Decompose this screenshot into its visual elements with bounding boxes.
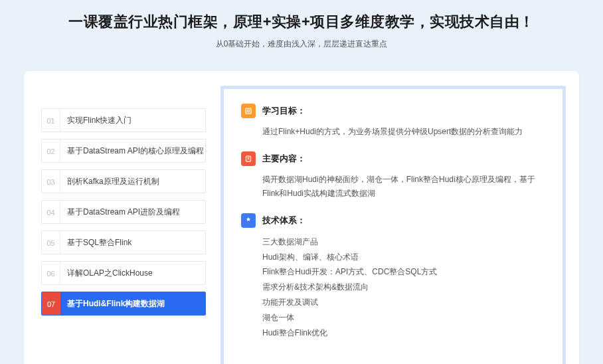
sidebar-item-label: 详解OLAP之ClickHouse [60, 268, 153, 279]
tech-item: 需求分析&技术架构&数据流向 [262, 280, 545, 295]
sidebar-item-04[interactable]: 04基于DataStream API进阶及编程 [41, 200, 206, 224]
sidebar-item-06[interactable]: 06详解OLAP之ClickHouse [41, 261, 206, 285]
sidebar-item-number: 06 [42, 262, 60, 284]
tech-item: 功能开发及调试 [262, 295, 545, 310]
sidebar-item-label: 实现Flink快速入门 [60, 115, 131, 126]
sidebar-item-03[interactable]: 03剖析Kafka原理及运行机制 [41, 169, 206, 193]
svg-rect-1 [248, 110, 250, 112]
sidebar-item-07[interactable]: 07基于Hudi&Flink构建数据湖 [41, 292, 206, 316]
section-goal-body: 通过Flink+Hudi的方式，为业务场景提供分钟级Upsert数据的分析查询能… [241, 125, 545, 139]
section-main-body: 揭开数据湖Hudi的神秘面纱，湖仓一体，Flink整合Hudi核心原理及编程，基… [241, 173, 545, 201]
content-icon [241, 151, 256, 166]
sidebar-item-number: 01 [42, 109, 60, 132]
section-tech-header: 技术体系： [241, 213, 545, 228]
sidebar-item-number: 04 [42, 201, 60, 223]
section-main: 主要内容： 揭开数据湖Hudi的神秘面纱，湖仓一体，Flink整合Hudi核心原… [241, 151, 545, 201]
section-main-header: 主要内容： [241, 151, 545, 166]
sidebar-item-number: 05 [42, 231, 60, 254]
sidebar-item-05[interactable]: 05基于SQL整合Flink [41, 230, 206, 254]
tech-item: Flink整合Hudi开发：API方式、CDC整合SQL方式 [262, 264, 545, 280]
content-panel: 学习目标： 通过Flink+Hudi的方式，为业务场景提供分钟级Upsert数据… [220, 86, 566, 364]
sidebar-item-label: 基于DataStream API的核心原理及编程 [60, 145, 204, 157]
page-header: 一课覆盖行业热门框架，原理+实操+项目多维度教学，实现技术自由！ 从0基础开始，… [0, 0, 603, 60]
main-card: 01实现Flink快速入门02基于DataStream API的核心原理及编程0… [24, 71, 579, 364]
sidebar-item-number: 07 [42, 292, 60, 315]
section-tech: 技术体系： 三大数据湖产品Hudi架构、编译、核心术语Flink整合Hudi开发… [241, 213, 545, 341]
page-title: 一课覆盖行业热门框架，原理+实操+项目多维度教学，实现技术自由！ [0, 12, 603, 32]
sidebar-item-01[interactable]: 01实现Flink快速入门 [41, 108, 206, 132]
section-main-title: 主要内容： [262, 153, 305, 165]
target-icon [241, 104, 256, 118]
sidebar-item-number: 03 [42, 170, 60, 193]
tech-item: Hudi整合Flink优化 [262, 325, 545, 341]
sidebar-item-label: 剖析Kafka原理及运行机制 [60, 176, 159, 187]
section-goal: 学习目标： 通过Flink+Hudi的方式，为业务场景提供分钟级Upsert数据… [241, 104, 545, 139]
sidebar: 01实现Flink快速入门02基于DataStream API的核心原理及编程0… [41, 108, 206, 364]
tech-icon [241, 213, 256, 228]
tech-item: 三大数据湖产品 [262, 234, 545, 250]
page-subtitle: 从0基础开始，难度由浅入深，层层递进直达重点 [0, 39, 603, 50]
tech-item: 湖仓一体 [262, 310, 545, 325]
sidebar-item-number: 02 [42, 139, 60, 162]
svg-rect-0 [246, 108, 251, 114]
sidebar-item-label: 基于DataStream API进阶及编程 [60, 207, 180, 218]
sidebar-item-02[interactable]: 02基于DataStream API的核心原理及编程 [41, 139, 206, 163]
section-goal-header: 学习目标： [241, 104, 545, 118]
tech-item: Hudi架构、编译、核心术语 [262, 250, 545, 265]
sidebar-item-label: 基于SQL整合Flink [60, 237, 131, 248]
tech-list: 三大数据湖产品Hudi架构、编译、核心术语Flink整合Hudi开发：API方式… [241, 234, 545, 341]
section-goal-title: 学习目标： [262, 105, 305, 117]
sidebar-item-label: 基于Hudi&Flink构建数据湖 [60, 298, 165, 310]
section-tech-title: 技术体系： [262, 215, 305, 227]
